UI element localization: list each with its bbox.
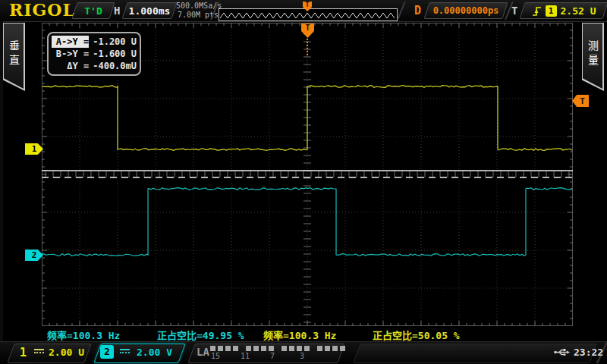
la-channel-square <box>225 346 231 351</box>
la-channel-square <box>246 346 251 351</box>
trigger-status: T'D <box>75 3 112 18</box>
ch2-scale-value: 2.00 V <box>137 347 172 358</box>
softkey-tab-vertical[interactable]: 垂直 <box>3 23 25 91</box>
trace-ch2 <box>42 188 572 256</box>
separator <box>397 2 406 20</box>
la-label: LA <box>197 346 209 358</box>
la-channel-square <box>332 346 338 351</box>
cursor-row-a: A->Y = -1.200 U <box>52 36 137 48</box>
trigger-label: T <box>511 5 517 17</box>
cursor-a-value: -1.200 U <box>89 36 137 48</box>
ch2-ground-marker[interactable]: 2 <box>25 249 43 261</box>
cursor-row-delta: ΔY = -400.0mU <box>52 60 137 72</box>
oscilloscope-screen: { "top_bar": { "logo": "RIGOL", "trigger… <box>0 0 607 364</box>
la-num-7: 7 <box>270 352 275 360</box>
cursor-readout-box: A->Y = -1.200 U B->Y = -1.600 U ΔY = -40… <box>47 32 141 76</box>
la-channel-square <box>317 346 322 351</box>
cursor-row-b: B->Y = -1.600 U <box>52 48 137 60</box>
ch1-scale-value: 2.00 U <box>49 347 84 358</box>
ch2-dc-coupling-icon <box>120 349 130 353</box>
memory-waveform-icon <box>219 11 395 20</box>
delay-label: D <box>414 4 421 17</box>
la-channel-square <box>297 346 302 351</box>
measurement-ch2-frequency: 频率=100.3 Hz <box>47 328 120 342</box>
la-channel-square <box>233 346 238 351</box>
cursor-b-value: -1.600 U <box>89 48 137 60</box>
trigger-source-badge: 1 <box>546 5 557 17</box>
la-channel-square <box>253 346 259 351</box>
cursor-a-label: A->Y = <box>52 36 89 48</box>
timebase-value: 1.000ms <box>125 3 174 18</box>
cursor-delta-label: ΔY = <box>52 60 89 72</box>
trigger-status-panel: T'D <box>71 2 115 19</box>
cursor-b-label: B->Y = <box>52 48 89 60</box>
sample-rate: 500.0MSa/s <box>176 2 220 11</box>
la-channel-square <box>325 346 330 351</box>
measurement-ch1-pos-duty: 正占空比=50.05 % <box>373 328 460 342</box>
top-status-bar: RIGOL T'D H 1.000ms 500.0MSa/s 7.00M pts… <box>0 0 607 22</box>
la-channel-square <box>218 346 223 351</box>
trigger-level-marker[interactable]: T <box>572 95 589 107</box>
trigger-position-line <box>307 39 308 55</box>
softkey-tab-measure[interactable]: 测量 <box>582 23 604 91</box>
rising-edge-icon <box>532 5 542 17</box>
cursor-delta-value: -400.0mU <box>89 60 137 72</box>
la-channel-square <box>289 346 294 351</box>
la-channel-indicators <box>210 346 348 351</box>
la-channel-square <box>210 346 215 351</box>
la-num-11: 11 <box>241 352 250 360</box>
la-channel-square <box>269 346 274 351</box>
ch1-ground-marker[interactable]: 1 <box>25 143 43 155</box>
la-channel-square <box>281 346 287 351</box>
la-channel-square <box>261 346 266 351</box>
timebase-panel[interactable]: 1.000ms <box>121 2 177 19</box>
ch2-number-badge: 2 <box>100 345 114 359</box>
trigger-delay-value: 0.00000000ps <box>427 3 505 18</box>
trace-ch1 <box>42 86 572 151</box>
left-bezel-strip <box>0 21 3 341</box>
la-channel-square <box>304 346 310 351</box>
trigger-level-value: 2.52 U <box>561 5 596 17</box>
trigger-delay-panel[interactable]: 0.00000000ps <box>423 2 508 19</box>
measure-menu-label: 测量 <box>585 40 600 69</box>
rigol-logo: RIGOL <box>9 0 75 20</box>
vertical-menu-label: 垂直 <box>6 40 21 69</box>
measurement-ch1-frequency: 频率=100.3 Hz <box>263 328 336 342</box>
la-num-3: 3 <box>300 352 304 360</box>
clock: 23:22 <box>574 347 603 358</box>
ch1-dc-coupling-icon <box>34 349 44 353</box>
horizontal-label: H <box>114 5 120 17</box>
trigger-settings-panel[interactable]: 1 2.52 U <box>519 2 607 19</box>
la-channel-square <box>340 346 345 351</box>
measurement-ch2-pos-duty: 正占空比=49.95 % <box>157 328 244 342</box>
la-num-15: 15 <box>211 352 220 360</box>
usb-icon <box>553 347 571 357</box>
ch1-number: 1 <box>20 346 27 359</box>
